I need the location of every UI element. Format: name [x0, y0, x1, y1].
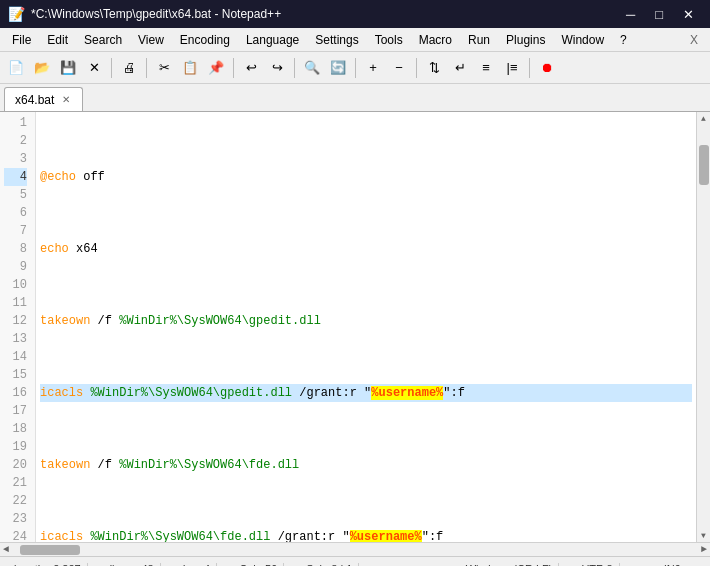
toolbar-print[interactable]: 🖨 — [117, 56, 141, 80]
hscroll-thumb[interactable] — [20, 545, 80, 555]
menu-tools[interactable]: Tools — [367, 31, 411, 49]
menu-x[interactable]: X — [682, 31, 706, 49]
code-line-4: icacls %WinDir%\SysWOW64\gpedit.dll /gra… — [40, 384, 692, 402]
scroll-thumb[interactable] — [699, 145, 709, 185]
toolbar-redo[interactable]: ↪ — [265, 56, 289, 80]
menu-file[interactable]: File — [4, 31, 39, 49]
menu-view[interactable]: View — [130, 31, 172, 49]
line-num: 7 — [4, 222, 27, 240]
menu-help[interactable]: ? — [612, 31, 635, 49]
toolbar-macro-rec[interactable]: ⏺ — [535, 56, 559, 80]
menu-plugins[interactable]: Plugins — [498, 31, 553, 49]
line-num: 23 — [4, 510, 27, 528]
maximize-button[interactable]: □ — [647, 5, 671, 24]
line-num: 4 — [4, 168, 27, 186]
line-num: 6 — [4, 204, 27, 222]
toolbar-indent[interactable]: ≡ — [474, 56, 498, 80]
line-num: 16 — [4, 384, 27, 402]
toolbar-sep-3 — [233, 58, 234, 78]
window-title: *C:\Windows\Temp\gpedit\x64.bat - Notepa… — [31, 7, 281, 21]
line-numbers: 1 2 3 4 5 6 7 8 9 10 11 12 13 14 15 16 1… — [0, 112, 36, 542]
scroll-up-arrow[interactable]: ▲ — [699, 112, 708, 125]
menu-macro[interactable]: Macro — [411, 31, 460, 49]
title-bar: 📝 *C:\Windows\Temp\gpedit\x64.bat - Note… — [0, 0, 710, 28]
line-num: 12 — [4, 312, 27, 330]
title-bar-controls: ─ □ ✕ — [618, 5, 702, 24]
status-bar: length : 2,327 lines : 48 Ln : 4 Col : 5… — [0, 556, 710, 566]
toolbar-sep-2 — [146, 58, 147, 78]
menu-language[interactable]: Language — [238, 31, 307, 49]
close-button[interactable]: ✕ — [675, 5, 702, 24]
menu-search[interactable]: Search — [76, 31, 130, 49]
status-ln: Ln : 4 — [177, 563, 218, 567]
vertical-scrollbar[interactable]: ▲ ▼ — [696, 112, 710, 542]
line-num: 1 — [4, 114, 27, 132]
editor-container: 1 2 3 4 5 6 7 8 9 10 11 12 13 14 15 16 1… — [0, 112, 710, 542]
toolbar-undo[interactable]: ↩ — [239, 56, 263, 80]
app-icon: 📝 — [8, 6, 25, 22]
line-num: 2 — [4, 132, 27, 150]
line-num: 8 — [4, 240, 27, 258]
menu-settings[interactable]: Settings — [307, 31, 366, 49]
menu-run[interactable]: Run — [460, 31, 498, 49]
toolbar-open[interactable]: 📂 — [30, 56, 54, 80]
line-num: 14 — [4, 348, 27, 366]
hscroll-left-arrow[interactable]: ◄ — [0, 544, 12, 555]
code-line-3: takeown /f %WinDir%\SysWOW64\gpedit.dll — [40, 312, 692, 330]
line-num: 15 — [4, 366, 27, 384]
toolbar: 📄 📂 💾 ✕ 🖨 ✂ 📋 📌 ↩ ↪ 🔍 🔄 + − ⇅ ↵ ≡ |≡ ⏺ — [0, 52, 710, 84]
status-lines: lines : 48 — [104, 563, 161, 567]
menu-bar: File Edit Search View Encoding Language … — [0, 28, 710, 52]
line-num: 17 — [4, 402, 27, 420]
toolbar-find[interactable]: 🔍 — [300, 56, 324, 80]
tab-close-btn[interactable]: ✕ — [60, 93, 72, 106]
menu-encoding[interactable]: Encoding — [172, 31, 238, 49]
line-num: 3 — [4, 150, 27, 168]
code-line-6: icacls %WinDir%\SysWOW64\fde.dll /grant:… — [40, 528, 692, 542]
toolbar-sep-5 — [355, 58, 356, 78]
code-line-5: takeown /f %WinDir%\SysWOW64\fde.dll — [40, 456, 692, 474]
line-num: 21 — [4, 474, 27, 492]
horizontal-scrollbar[interactable]: ◄ ► — [0, 542, 710, 556]
toolbar-zoom-in[interactable]: + — [361, 56, 385, 80]
line-num: 10 — [4, 276, 27, 294]
line-num: 11 — [4, 294, 27, 312]
line-num: 22 — [4, 492, 27, 510]
toolbar-sync[interactable]: ⇅ — [422, 56, 446, 80]
status-line-ending: Windows (CR LF) — [460, 563, 560, 567]
tab-label: x64.bat — [15, 93, 54, 107]
code-editor[interactable]: @echo off echo x64 takeown /f %WinDir%\S… — [36, 112, 696, 542]
toolbar-close[interactable]: ✕ — [82, 56, 106, 80]
code-line-2: echo x64 — [40, 240, 692, 258]
tab-x64bat[interactable]: x64.bat ✕ — [4, 87, 83, 111]
toolbar-save[interactable]: 💾 — [56, 56, 80, 80]
tab-bar: x64.bat ✕ — [0, 84, 710, 112]
toolbar-cut[interactable]: ✂ — [152, 56, 176, 80]
status-lang: wsxdN6om — [636, 563, 702, 567]
line-num: 5 — [4, 186, 27, 204]
toolbar-zoom-out[interactable]: − — [387, 56, 411, 80]
minimize-button[interactable]: ─ — [618, 5, 643, 24]
line-num: 9 — [4, 258, 27, 276]
line-num: 13 — [4, 330, 27, 348]
scroll-down-arrow[interactable]: ▼ — [699, 529, 708, 542]
toolbar-sep-4 — [294, 58, 295, 78]
toolbar-col[interactable]: |≡ — [500, 56, 524, 80]
toolbar-sep-1 — [111, 58, 112, 78]
toolbar-paste[interactable]: 📌 — [204, 56, 228, 80]
code-line-1: @echo off — [40, 168, 692, 186]
toolbar-replace[interactable]: 🔄 — [326, 56, 350, 80]
status-encoding: UTF-8 — [575, 563, 619, 567]
toolbar-sep-7 — [529, 58, 530, 78]
title-bar-left: 📝 *C:\Windows\Temp\gpedit\x64.bat - Note… — [8, 6, 281, 22]
status-length: length : 2,327 — [8, 563, 88, 567]
menu-edit[interactable]: Edit — [39, 31, 76, 49]
menu-window[interactable]: Window — [553, 31, 612, 49]
toolbar-copy[interactable]: 📋 — [178, 56, 202, 80]
toolbar-sep-6 — [416, 58, 417, 78]
hscroll-right-arrow[interactable]: ► — [698, 544, 710, 555]
hscroll-track[interactable] — [12, 543, 698, 556]
line-num: 20 — [4, 456, 27, 474]
toolbar-new[interactable]: 📄 — [4, 56, 28, 80]
toolbar-wrap[interactable]: ↵ — [448, 56, 472, 80]
